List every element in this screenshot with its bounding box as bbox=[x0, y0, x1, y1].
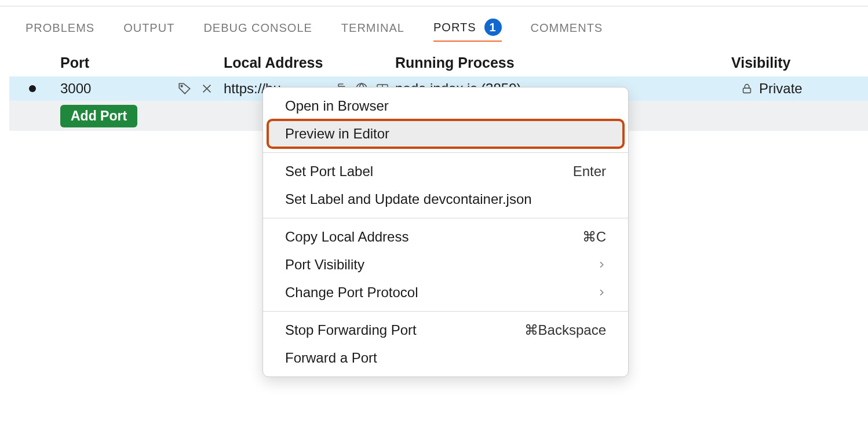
menu-preview-in-editor[interactable]: Preview in Editor bbox=[268, 120, 623, 148]
menu-copy-local-address[interactable]: Copy Local Address ⌘C bbox=[268, 223, 623, 251]
visibility-text: Private bbox=[759, 81, 803, 97]
svg-point-0 bbox=[181, 85, 183, 87]
tab-debug-label: DEBUG CONSOLE bbox=[203, 21, 312, 35]
lock-icon bbox=[741, 82, 753, 95]
header-port: Port bbox=[56, 54, 224, 71]
panel-top-border bbox=[0, 6, 868, 6]
menu-open-in-browser[interactable]: Open in Browser bbox=[268, 92, 623, 120]
menu-stop-forwarding-port[interactable]: Stop Forwarding Port ⌘Backspace bbox=[268, 316, 623, 344]
tab-comments-label: COMMENTS bbox=[531, 21, 603, 35]
menu-forward-a-port[interactable]: Forward a Port bbox=[268, 344, 623, 372]
ports-count-badge: 1 bbox=[484, 19, 502, 36]
menu-forward-a-port-label: Forward a Port bbox=[285, 350, 377, 366]
tab-problems-label: PROBLEMS bbox=[25, 21, 94, 35]
menu-port-visibility[interactable]: Port Visibility bbox=[268, 251, 623, 279]
tab-ports-label: PORTS bbox=[433, 21, 476, 34]
header-running-process: Running Process bbox=[395, 54, 731, 71]
header-local-address: Local Address bbox=[224, 54, 395, 71]
label-icon[interactable] bbox=[177, 81, 192, 96]
svg-rect-4 bbox=[743, 88, 751, 93]
menu-stop-forwarding-port-label: Stop Forwarding Port bbox=[285, 322, 417, 338]
port-number: 3000 bbox=[60, 81, 91, 97]
menu-stop-forwarding-shortcut: ⌘Backspace bbox=[524, 322, 606, 338]
status-dot-icon bbox=[29, 85, 36, 92]
tab-terminal[interactable]: TERMINAL bbox=[341, 21, 404, 39]
menu-port-visibility-label: Port Visibility bbox=[285, 257, 364, 273]
menu-change-port-protocol[interactable]: Change Port Protocol bbox=[268, 279, 623, 306]
menu-set-label-devcontainer-label: Set Label and Update devcontainer.json bbox=[285, 191, 532, 207]
ports-table-header: Port Local Address Running Process Visib… bbox=[9, 50, 859, 77]
add-port-button[interactable]: Add Port bbox=[60, 105, 137, 127]
menu-separator bbox=[263, 311, 628, 312]
tab-debug-console[interactable]: DEBUG CONSOLE bbox=[203, 21, 312, 39]
port-context-menu: Open in Browser Preview in Editor Set Po… bbox=[262, 87, 629, 377]
menu-copy-local-address-shortcut: ⌘C bbox=[582, 229, 606, 245]
menu-open-in-browser-label: Open in Browser bbox=[285, 98, 389, 114]
chevron-right-icon bbox=[597, 288, 606, 297]
menu-set-port-label-label: Set Port Label bbox=[285, 163, 373, 180]
add-port-label: Add Port bbox=[71, 108, 127, 123]
tab-ports[interactable]: PORTS 1 bbox=[433, 19, 502, 42]
menu-set-port-label-shortcut: Enter bbox=[573, 163, 606, 180]
tab-terminal-label: TERMINAL bbox=[341, 21, 404, 35]
tab-problems[interactable]: PROBLEMS bbox=[25, 21, 94, 39]
tab-comments[interactable]: COMMENTS bbox=[531, 21, 603, 39]
menu-copy-local-address-label: Copy Local Address bbox=[285, 229, 409, 245]
port-status-indicator bbox=[9, 85, 56, 92]
tab-output-label: OUTPUT bbox=[123, 21, 174, 35]
menu-set-port-label[interactable]: Set Port Label Enter bbox=[268, 158, 623, 185]
menu-separator bbox=[263, 218, 628, 218]
menu-change-port-protocol-label: Change Port Protocol bbox=[285, 284, 418, 301]
header-visibility: Visibility bbox=[731, 54, 859, 71]
tab-output[interactable]: OUTPUT bbox=[123, 21, 174, 39]
chevron-right-icon bbox=[597, 260, 606, 269]
menu-preview-in-editor-label: Preview in Editor bbox=[285, 126, 389, 142]
panel-tabs: PROBLEMS OUTPUT DEBUG CONSOLE TERMINAL P… bbox=[25, 19, 603, 42]
menu-set-label-devcontainer[interactable]: Set Label and Update devcontainer.json bbox=[268, 185, 623, 213]
menu-separator bbox=[263, 152, 628, 153]
close-icon[interactable] bbox=[200, 82, 213, 95]
